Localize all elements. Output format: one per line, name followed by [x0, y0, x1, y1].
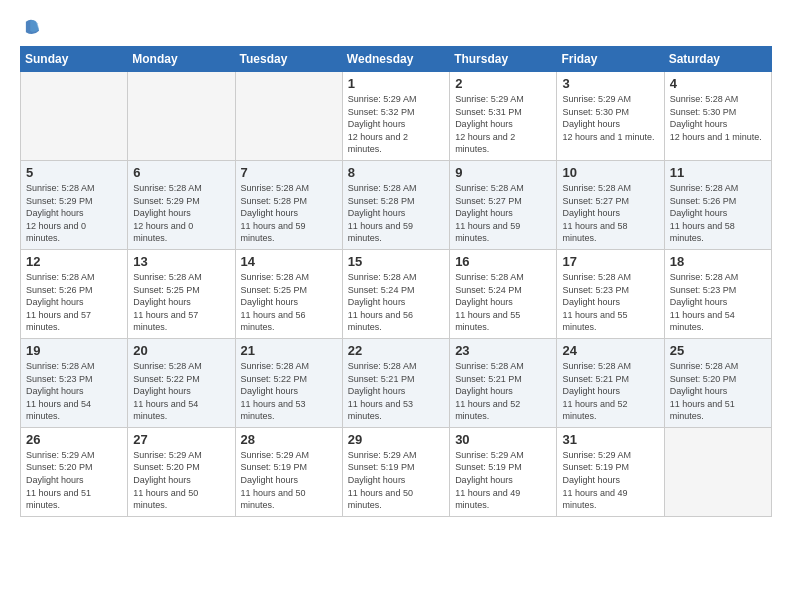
calendar-cell: 14Sunrise: 5:28 AMSunset: 5:25 PMDayligh… — [235, 249, 342, 338]
day-info: Sunrise: 5:28 AMSunset: 5:25 PMDaylight … — [241, 271, 337, 334]
calendar-cell: 20Sunrise: 5:28 AMSunset: 5:22 PMDayligh… — [128, 338, 235, 427]
day-number: 10 — [562, 165, 658, 180]
day-info: Sunrise: 5:28 AMSunset: 5:27 PMDaylight … — [562, 182, 658, 245]
calendar-cell — [664, 427, 771, 516]
calendar-cell: 19Sunrise: 5:28 AMSunset: 5:23 PMDayligh… — [21, 338, 128, 427]
calendar-cell: 2Sunrise: 5:29 AMSunset: 5:31 PMDaylight… — [450, 72, 557, 161]
day-info: Sunrise: 5:28 AMSunset: 5:26 PMDaylight … — [670, 182, 766, 245]
calendar-cell: 22Sunrise: 5:28 AMSunset: 5:21 PMDayligh… — [342, 338, 449, 427]
calendar-cell: 9Sunrise: 5:28 AMSunset: 5:27 PMDaylight… — [450, 160, 557, 249]
day-number: 1 — [348, 76, 444, 91]
day-header-friday: Friday — [557, 47, 664, 72]
day-info: Sunrise: 5:29 AMSunset: 5:19 PMDaylight … — [562, 449, 658, 512]
day-number: 21 — [241, 343, 337, 358]
day-info: Sunrise: 5:28 AMSunset: 5:20 PMDaylight … — [670, 360, 766, 423]
day-number: 24 — [562, 343, 658, 358]
day-info: Sunrise: 5:28 AMSunset: 5:23 PMDaylight … — [670, 271, 766, 334]
day-info: Sunrise: 5:28 AMSunset: 5:28 PMDaylight … — [348, 182, 444, 245]
calendar-cell: 26Sunrise: 5:29 AMSunset: 5:20 PMDayligh… — [21, 427, 128, 516]
day-number: 31 — [562, 432, 658, 447]
calendar-cell: 10Sunrise: 5:28 AMSunset: 5:27 PMDayligh… — [557, 160, 664, 249]
day-number: 20 — [133, 343, 229, 358]
day-info: Sunrise: 5:28 AMSunset: 5:28 PMDaylight … — [241, 182, 337, 245]
day-header-saturday: Saturday — [664, 47, 771, 72]
day-info: Sunrise: 5:28 AMSunset: 5:23 PMDaylight … — [562, 271, 658, 334]
header — [20, 16, 772, 38]
day-info: Sunrise: 5:29 AMSunset: 5:20 PMDaylight … — [133, 449, 229, 512]
day-number: 13 — [133, 254, 229, 269]
day-number: 8 — [348, 165, 444, 180]
calendar-cell: 27Sunrise: 5:29 AMSunset: 5:20 PMDayligh… — [128, 427, 235, 516]
calendar-table: SundayMondayTuesdayWednesdayThursdayFrid… — [20, 46, 772, 517]
calendar-cell: 6Sunrise: 5:28 AMSunset: 5:29 PMDaylight… — [128, 160, 235, 249]
day-number: 19 — [26, 343, 122, 358]
day-info: Sunrise: 5:28 AMSunset: 5:26 PMDaylight … — [26, 271, 122, 334]
day-number: 12 — [26, 254, 122, 269]
day-info: Sunrise: 5:28 AMSunset: 5:29 PMDaylight … — [133, 182, 229, 245]
day-info: Sunrise: 5:29 AMSunset: 5:19 PMDaylight … — [348, 449, 444, 512]
logo-icon — [20, 16, 42, 38]
calendar-cell: 13Sunrise: 5:28 AMSunset: 5:25 PMDayligh… — [128, 249, 235, 338]
day-info: Sunrise: 5:28 AMSunset: 5:27 PMDaylight … — [455, 182, 551, 245]
day-number: 22 — [348, 343, 444, 358]
calendar-cell: 23Sunrise: 5:28 AMSunset: 5:21 PMDayligh… — [450, 338, 557, 427]
day-number: 26 — [26, 432, 122, 447]
day-number: 30 — [455, 432, 551, 447]
day-number: 29 — [348, 432, 444, 447]
day-info: Sunrise: 5:28 AMSunset: 5:21 PMDaylight … — [348, 360, 444, 423]
day-info: Sunrise: 5:29 AMSunset: 5:30 PMDaylight … — [562, 93, 658, 143]
calendar-cell: 30Sunrise: 5:29 AMSunset: 5:19 PMDayligh… — [450, 427, 557, 516]
calendar-cell: 24Sunrise: 5:28 AMSunset: 5:21 PMDayligh… — [557, 338, 664, 427]
calendar-week-4: 19Sunrise: 5:28 AMSunset: 5:23 PMDayligh… — [21, 338, 772, 427]
calendar-cell: 3Sunrise: 5:29 AMSunset: 5:30 PMDaylight… — [557, 72, 664, 161]
calendar-cell: 4Sunrise: 5:28 AMSunset: 5:30 PMDaylight… — [664, 72, 771, 161]
calendar-cell: 11Sunrise: 5:28 AMSunset: 5:26 PMDayligh… — [664, 160, 771, 249]
calendar-cell: 29Sunrise: 5:29 AMSunset: 5:19 PMDayligh… — [342, 427, 449, 516]
day-info: Sunrise: 5:29 AMSunset: 5:20 PMDaylight … — [26, 449, 122, 512]
calendar-week-1: 1Sunrise: 5:29 AMSunset: 5:32 PMDaylight… — [21, 72, 772, 161]
calendar-cell: 7Sunrise: 5:28 AMSunset: 5:28 PMDaylight… — [235, 160, 342, 249]
calendar-cell: 17Sunrise: 5:28 AMSunset: 5:23 PMDayligh… — [557, 249, 664, 338]
day-number: 2 — [455, 76, 551, 91]
day-number: 11 — [670, 165, 766, 180]
calendar-cell — [21, 72, 128, 161]
day-header-monday: Monday — [128, 47, 235, 72]
day-info: Sunrise: 5:28 AMSunset: 5:22 PMDaylight … — [133, 360, 229, 423]
calendar-week-2: 5Sunrise: 5:28 AMSunset: 5:29 PMDaylight… — [21, 160, 772, 249]
calendar-cell: 8Sunrise: 5:28 AMSunset: 5:28 PMDaylight… — [342, 160, 449, 249]
day-info: Sunrise: 5:28 AMSunset: 5:21 PMDaylight … — [562, 360, 658, 423]
calendar-cell: 31Sunrise: 5:29 AMSunset: 5:19 PMDayligh… — [557, 427, 664, 516]
day-number: 23 — [455, 343, 551, 358]
day-info: Sunrise: 5:28 AMSunset: 5:23 PMDaylight … — [26, 360, 122, 423]
calendar-week-5: 26Sunrise: 5:29 AMSunset: 5:20 PMDayligh… — [21, 427, 772, 516]
day-info: Sunrise: 5:28 AMSunset: 5:24 PMDaylight … — [348, 271, 444, 334]
day-number: 15 — [348, 254, 444, 269]
day-number: 16 — [455, 254, 551, 269]
day-info: Sunrise: 5:29 AMSunset: 5:31 PMDaylight … — [455, 93, 551, 156]
day-info: Sunrise: 5:28 AMSunset: 5:29 PMDaylight … — [26, 182, 122, 245]
calendar-cell: 25Sunrise: 5:28 AMSunset: 5:20 PMDayligh… — [664, 338, 771, 427]
day-number: 7 — [241, 165, 337, 180]
day-header-thursday: Thursday — [450, 47, 557, 72]
day-number: 14 — [241, 254, 337, 269]
calendar-cell: 5Sunrise: 5:28 AMSunset: 5:29 PMDaylight… — [21, 160, 128, 249]
day-header-wednesday: Wednesday — [342, 47, 449, 72]
day-number: 5 — [26, 165, 122, 180]
day-info: Sunrise: 5:28 AMSunset: 5:22 PMDaylight … — [241, 360, 337, 423]
calendar-cell: 16Sunrise: 5:28 AMSunset: 5:24 PMDayligh… — [450, 249, 557, 338]
calendar-cell: 18Sunrise: 5:28 AMSunset: 5:23 PMDayligh… — [664, 249, 771, 338]
calendar-cell: 21Sunrise: 5:28 AMSunset: 5:22 PMDayligh… — [235, 338, 342, 427]
calendar-cell: 15Sunrise: 5:28 AMSunset: 5:24 PMDayligh… — [342, 249, 449, 338]
day-info: Sunrise: 5:28 AMSunset: 5:30 PMDaylight … — [670, 93, 766, 143]
page-container: SundayMondayTuesdayWednesdayThursdayFrid… — [0, 0, 792, 612]
day-info: Sunrise: 5:28 AMSunset: 5:25 PMDaylight … — [133, 271, 229, 334]
day-number: 25 — [670, 343, 766, 358]
calendar-cell — [235, 72, 342, 161]
logo — [20, 16, 46, 38]
day-header-tuesday: Tuesday — [235, 47, 342, 72]
day-number: 3 — [562, 76, 658, 91]
calendar-header-row: SundayMondayTuesdayWednesdayThursdayFrid… — [21, 47, 772, 72]
calendar-cell: 28Sunrise: 5:29 AMSunset: 5:19 PMDayligh… — [235, 427, 342, 516]
calendar-week-3: 12Sunrise: 5:28 AMSunset: 5:26 PMDayligh… — [21, 249, 772, 338]
calendar-cell: 12Sunrise: 5:28 AMSunset: 5:26 PMDayligh… — [21, 249, 128, 338]
